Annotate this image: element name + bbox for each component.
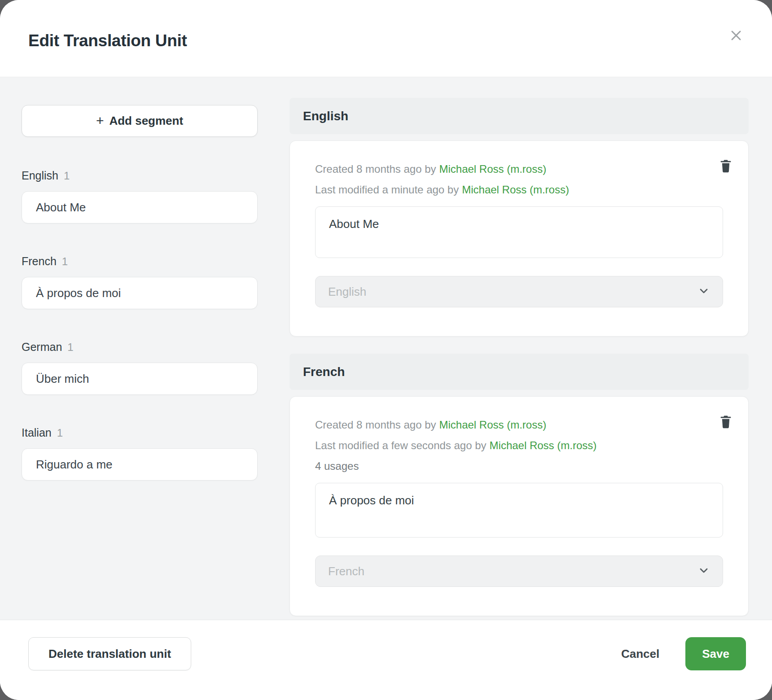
close-button[interactable] — [726, 26, 746, 46]
chevron-down-icon — [697, 564, 710, 578]
language-select-value: English — [328, 285, 366, 299]
language-panel-french: French Created 8 months ago byMichael Ro… — [290, 354, 749, 616]
close-icon — [728, 28, 744, 44]
created-by-user: Michael Ross (m.ross) — [439, 419, 547, 431]
modal-body: + Add segment English1 French1 German1 — [0, 77, 772, 620]
delete-segment-button[interactable] — [718, 414, 734, 432]
segment-count-badge: 1 — [64, 170, 70, 182]
segment-language-name: German — [22, 341, 62, 353]
segment-input-italian[interactable] — [22, 448, 258, 481]
add-segment-button[interactable]: + Add segment — [22, 105, 258, 137]
language-select-value: French — [328, 564, 364, 578]
panel-title: English — [303, 109, 348, 123]
segment-language-name: Italian — [22, 426, 52, 439]
segment-language-label: English1 — [22, 168, 258, 183]
segment-language-label: German1 — [22, 340, 258, 354]
modified-meta: Last modified a minute ago byMichael Ros… — [315, 179, 723, 200]
segment-group-german: German1 — [22, 340, 258, 395]
modified-text: Last modified a few seconds ago by — [315, 439, 487, 451]
created-meta: Created 8 months ago byMichael Ross (m.r… — [315, 415, 723, 435]
language-panel-english: English Created 8 months ago byMichael R… — [290, 98, 749, 337]
panel-card-french: Created 8 months ago byMichael Ross (m.r… — [290, 396, 749, 616]
created-meta: Created 8 months ago byMichael Ross (m.r… — [315, 159, 723, 179]
language-select-french[interactable]: French — [315, 556, 723, 587]
created-text: Created 8 months ago by — [315, 163, 436, 175]
save-button[interactable]: Save — [685, 637, 746, 670]
segment-language-label: French1 — [22, 254, 258, 269]
chevron-down-icon — [697, 284, 710, 299]
panel-card-english: Created 8 months ago byMichael Ross (m.r… — [290, 140, 749, 337]
modified-meta: Last modified a few seconds ago byMichae… — [315, 435, 723, 456]
segment-group-french: French1 — [22, 254, 258, 309]
panel-title: French — [303, 365, 345, 379]
segment-count-badge: 1 — [67, 341, 73, 353]
plus-icon: + — [96, 114, 104, 127]
page-title: Edit Translation Unit — [28, 31, 187, 50]
segment-text-english[interactable]: About Me — [315, 206, 723, 258]
segment-sidebar: + Add segment English1 French1 German1 — [22, 77, 258, 620]
modal-header: Edit Translation Unit — [0, 0, 772, 77]
modified-by-user: Michael Ross (m.ross) — [462, 184, 569, 196]
created-text: Created 8 months ago by — [315, 419, 436, 431]
segment-input-french[interactable] — [22, 277, 258, 309]
segment-input-english[interactable] — [22, 191, 258, 223]
trash-icon — [719, 158, 733, 176]
segment-group-italian: Italian1 — [22, 425, 258, 481]
segment-text-french[interactable]: À propos de moi — [315, 483, 723, 538]
add-segment-label: Add segment — [109, 114, 183, 128]
modal-footer: Delete translation unit Cancel Save — [0, 620, 772, 700]
modified-by-user: Michael Ross (m.ross) — [490, 439, 597, 451]
panel-header-english: English — [290, 98, 749, 134]
panel-header-french: French — [290, 354, 749, 390]
modified-text: Last modified a minute ago by — [315, 184, 459, 196]
segment-count-badge: 1 — [57, 427, 63, 439]
segment-detail-column: English Created 8 months ago byMichael R… — [290, 77, 749, 620]
edit-translation-unit-modal: Edit Translation Unit + Add segment Engl… — [0, 0, 772, 700]
segment-input-german[interactable] — [22, 363, 258, 395]
trash-icon — [719, 414, 733, 432]
delete-segment-button[interactable] — [718, 158, 734, 176]
segment-language-name: English — [22, 169, 58, 182]
segment-group-english: English1 — [22, 168, 258, 223]
segment-language-name: French — [22, 255, 57, 267]
segment-count-badge: 1 — [62, 255, 68, 267]
cancel-button[interactable]: Cancel — [609, 637, 672, 670]
created-by-user: Michael Ross (m.ross) — [439, 163, 547, 175]
delete-translation-unit-button[interactable]: Delete translation unit — [28, 637, 191, 670]
language-select-english[interactable]: English — [315, 276, 723, 307]
usages-count: 4 usages — [315, 456, 723, 477]
segment-language-label: Italian1 — [22, 425, 258, 440]
